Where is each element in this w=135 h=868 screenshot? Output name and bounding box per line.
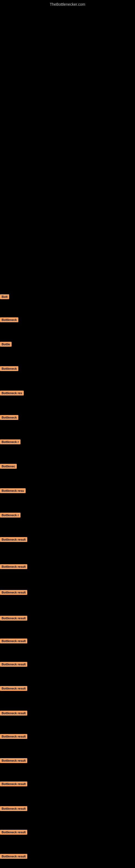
bottleneck-result-row-1: Bott <box>0 294 9 300</box>
bottleneck-result-label[interactable]: Bottleneck r <box>0 513 20 518</box>
bottleneck-result-label[interactable]: Bottleneck result <box>0 734 27 739</box>
bottleneck-result-row-3: Bottle <box>0 342 12 348</box>
bottleneck-result-label[interactable]: Bottleneck result <box>0 686 27 691</box>
bottleneck-result-label[interactable]: Bottleneck result <box>0 537 27 542</box>
bottleneck-result-label[interactable]: Bottleneck result <box>0 616 27 621</box>
bottleneck-result-label[interactable]: Bottleneck <box>0 366 18 371</box>
bottleneck-result-row-20: Bottleneck result <box>0 758 27 764</box>
bottleneck-result-label[interactable]: Bottleneck result <box>0 590 27 595</box>
bottleneck-result-row-19: Bottleneck result <box>0 734 27 740</box>
bottleneck-result-row-5: Bottleneck res <box>0 391 24 397</box>
bottleneck-result-row-8: Bottlenec <box>0 464 17 470</box>
site-title: TheBottlenecker.com <box>0 0 135 8</box>
bottleneck-result-label[interactable]: Bottle <box>0 342 12 347</box>
bottleneck-result-label[interactable]: Bottleneck result <box>0 758 27 763</box>
bottleneck-result-row-12: Bottleneck result <box>0 564 27 570</box>
bottleneck-result-row-17: Bottleneck result <box>0 686 27 692</box>
bottleneck-result-label[interactable]: Bottleneck resu <box>0 488 26 493</box>
bottleneck-result-row-15: Bottleneck result <box>0 639 27 645</box>
bottleneck-result-label[interactable]: Bottleneck result <box>0 781 27 786</box>
bottleneck-result-row-13: Bottleneck result <box>0 590 27 596</box>
bottleneck-result-label[interactable]: Bottleneck result <box>0 564 27 569</box>
bottleneck-result-label[interactable]: Bottleneck res <box>0 391 24 396</box>
bottleneck-result-row-9: Bottleneck resu <box>0 488 26 494</box>
bottleneck-result-row-23: Bottleneck result <box>0 830 27 836</box>
bottleneck-result-label[interactable]: Bottleneck <box>0 415 18 420</box>
bottleneck-result-label[interactable]: Bottleneck result <box>0 830 27 835</box>
bottleneck-result-label[interactable]: Bottleneck result <box>0 639 27 643</box>
bottleneck-result-row-4: Bottleneck <box>0 366 18 372</box>
bottleneck-result-row-14: Bottleneck result <box>0 616 27 622</box>
bottleneck-result-label[interactable]: Bottlenec <box>0 464 17 469</box>
bottleneck-result-label[interactable]: Bottleneck result <box>0 854 27 859</box>
bottleneck-result-label[interactable]: Bottleneck result <box>0 806 27 811</box>
bottleneck-result-row-18: Bottleneck result <box>0 711 27 717</box>
bottleneck-result-label[interactable]: Bottleneck <box>0 317 18 322</box>
bottleneck-result-row-6: Bottleneck <box>0 415 18 421</box>
bottleneck-result-label[interactable]: Bottleneck r <box>0 439 20 444</box>
bottleneck-result-row-11: Bottleneck result <box>0 537 27 543</box>
bottleneck-result-row-7: Bottleneck r <box>0 439 20 445</box>
bottleneck-result-row-24: Bottleneck result <box>0 854 27 860</box>
bottleneck-result-row-21: Bottleneck result <box>0 781 27 787</box>
bottleneck-result-row-16: Bottleneck result <box>0 662 27 668</box>
bottleneck-result-row-2: Bottleneck <box>0 317 18 323</box>
bottleneck-result-row-22: Bottleneck result <box>0 806 27 812</box>
bottleneck-result-label[interactable]: Bottleneck result <box>0 711 27 716</box>
bottleneck-result-row-10: Bottleneck r <box>0 513 20 519</box>
bottleneck-result-label[interactable]: Bottleneck result <box>0 662 27 667</box>
bottleneck-result-label[interactable]: Bott <box>0 294 9 299</box>
